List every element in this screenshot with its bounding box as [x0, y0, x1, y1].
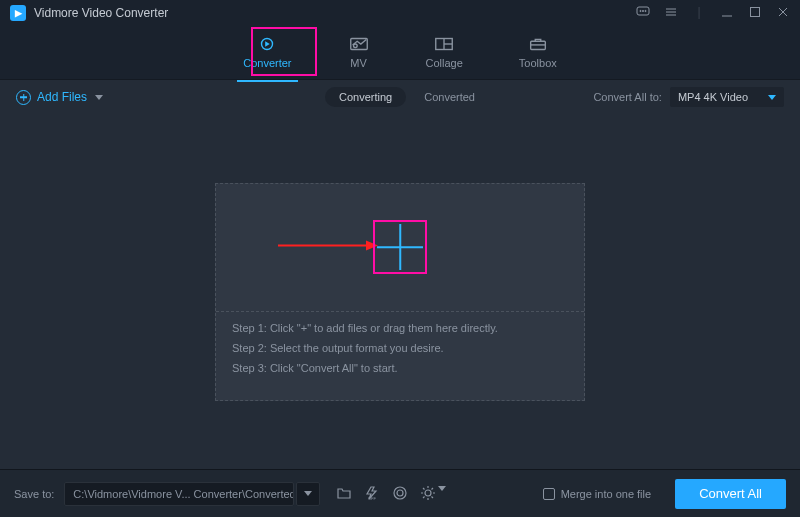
svg-point-24: [394, 487, 406, 499]
svg-point-2: [642, 10, 643, 11]
chevron-down-icon: [95, 95, 103, 100]
instruction-step: Step 3: Click "Convert All" to start.: [232, 362, 568, 374]
open-folder-icon[interactable]: [336, 485, 352, 503]
main-nav: Converter MV Collage Toolbox: [0, 26, 800, 80]
svg-text:OFF: OFF: [368, 496, 377, 501]
tab-label: Collage: [426, 57, 463, 69]
dropzone-top: [216, 184, 584, 312]
high-speed-icon[interactable]: [392, 485, 408, 503]
add-files-plus-icon[interactable]: [377, 224, 423, 270]
divider: |: [692, 5, 706, 22]
chevron-down-icon: [304, 491, 312, 496]
svg-point-1: [640, 10, 641, 11]
chevron-down-icon: [768, 95, 776, 100]
save-path-dropdown[interactable]: [296, 482, 320, 506]
save-to-label: Save to:: [14, 488, 54, 500]
app-logo-icon: ▶: [10, 5, 26, 21]
svg-point-25: [397, 490, 403, 496]
tab-label: MV: [350, 57, 367, 69]
titlebar: ▶ Vidmore Video Converter |: [0, 0, 800, 26]
hw-accel-icon[interactable]: OFF: [364, 485, 380, 503]
instruction-step: Step 1: Click "+" to add files or drag t…: [232, 322, 568, 334]
close-icon[interactable]: [776, 5, 790, 22]
footer-tools: OFF: [336, 485, 446, 503]
convert-all-to-label: Convert All to:: [593, 91, 661, 103]
plus-circle-icon: [16, 90, 31, 105]
tab-converter[interactable]: Converter: [237, 31, 297, 75]
tab-converting[interactable]: Converting: [325, 87, 406, 107]
tab-converted[interactable]: Converted: [424, 91, 475, 103]
dropzone[interactable]: Step 1: Click "+" to add files or drag t…: [215, 183, 585, 401]
converter-icon: [256, 35, 278, 53]
footer: Save to: C:\Vidmore\Vidmore V... Convert…: [0, 469, 800, 517]
tab-label: Converter: [243, 57, 291, 69]
app-title: Vidmore Video Converter: [34, 6, 168, 20]
chevron-down-icon: [438, 486, 446, 503]
tab-collage[interactable]: Collage: [420, 31, 469, 75]
main-area: Step 1: Click "+" to add files or drag t…: [0, 114, 800, 469]
merge-label: Merge into one file: [561, 488, 652, 500]
sub-toolbar: Add Files Converting Converted Convert A…: [0, 80, 800, 114]
save-path-field[interactable]: C:\Vidmore\Vidmore V... Converter\Conver…: [64, 482, 294, 506]
add-files-label: Add Files: [37, 90, 87, 104]
window-controls: |: [636, 5, 790, 22]
checkbox-icon: [543, 488, 555, 500]
tab-toolbox[interactable]: Toolbox: [513, 31, 563, 75]
svg-point-3: [645, 10, 646, 11]
toolbox-icon: [527, 35, 549, 53]
collage-icon: [433, 35, 455, 53]
add-files-button[interactable]: Add Files: [16, 90, 103, 105]
svg-rect-8: [751, 7, 760, 16]
tab-label: Toolbox: [519, 57, 557, 69]
output-format-group: Convert All to: MP4 4K Video: [593, 87, 784, 107]
svg-point-26: [425, 490, 431, 496]
minimize-icon[interactable]: [720, 5, 734, 22]
settings-icon[interactable]: [420, 485, 446, 503]
status-tabs: Converting Converted: [325, 87, 475, 107]
menu-icon[interactable]: [664, 5, 678, 22]
merge-checkbox[interactable]: Merge into one file: [543, 488, 652, 500]
maximize-icon[interactable]: [748, 5, 762, 22]
instruction-step: Step 2: Select the output format you des…: [232, 342, 568, 354]
convert-all-button[interactable]: Convert All: [675, 479, 786, 509]
annotation-arrow: [278, 240, 378, 255]
tab-mv[interactable]: MV: [342, 31, 376, 75]
mv-icon: [348, 35, 370, 53]
output-format-select[interactable]: MP4 4K Video: [670, 87, 784, 107]
svg-marker-12: [266, 41, 271, 47]
dropzone-instructions: Step 1: Click "+" to add files or drag t…: [216, 312, 584, 400]
selected-format: MP4 4K Video: [678, 91, 748, 103]
feedback-icon[interactable]: [636, 5, 650, 22]
